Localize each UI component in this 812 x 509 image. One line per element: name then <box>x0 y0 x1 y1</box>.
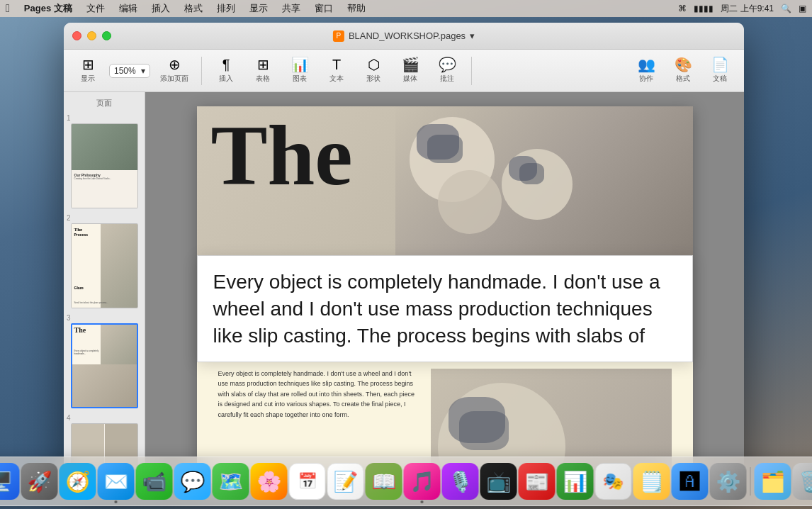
dock-icon-finder[interactable]: 🖥️ Finder <box>0 463 20 500</box>
settings-icon: ⚙️ <box>716 470 740 493</box>
dock-icon-podcasts[interactable]: 🎙️ Podcasts <box>442 463 479 500</box>
maximize-button[interactable] <box>102 31 111 40</box>
dock-icon-keynote[interactable]: 🎭 Keynote <box>595 463 632 500</box>
table-button[interactable]: ⊞ 表格 <box>247 55 278 86</box>
main-content: 页面 1 Our Philosophy Creating from the La… <box>64 92 744 483</box>
zoom-chevron: ▾ <box>141 66 145 76</box>
page-panel: 页面 1 Our Philosophy Creating from the La… <box>64 92 145 483</box>
dock-icon-numbers[interactable]: 📊 Numbers <box>557 463 594 500</box>
menubar-right: ⌘ ▮▮▮▮ 周二 上午9:41 🔍 ▣ <box>678 3 806 15</box>
calendar-icon: 📅 <box>298 472 317 491</box>
dock-icon-finder2[interactable]: 🗂️ Finder <box>755 463 791 500</box>
menubar-help[interactable]: 帮助 <box>344 1 368 16</box>
desktop:  Pages 文稿 文件 编辑 插入 格式 排列 显示 共享 窗口 帮助 ⌘ … <box>0 0 812 509</box>
dock-icon-messages[interactable]: 💬 Messages <box>174 463 211 500</box>
add-page-button[interactable]: ⊕ 添加页面 <box>156 55 193 86</box>
menubar-file[interactable]: 文件 <box>84 1 108 16</box>
close-button[interactable] <box>72 31 81 40</box>
dock: 🖥️ Finder 🚀 Launchpad 🧭 Safari ✉️ Mail 📹… <box>0 457 812 506</box>
chart-button[interactable]: 📊 图表 <box>284 55 315 86</box>
dock-icon-appletv[interactable]: 📺 Apple TV <box>480 463 517 500</box>
dock-icon-launchpad[interactable]: 🚀 Launchpad <box>21 463 58 500</box>
menubar-edit[interactable]: 编辑 <box>116 1 140 16</box>
dock-icon-trash[interactable]: 🗑️ Trash <box>793 463 813 500</box>
apple-menu-icon[interactable]:  <box>6 2 10 15</box>
page-top-image: The <box>197 106 693 255</box>
filename: BLAND_WORKSHOP.pages <box>349 30 466 41</box>
media-button[interactable]: 🎬 媒体 <box>395 55 426 86</box>
minimize-button[interactable] <box>87 31 96 40</box>
menubar-share[interactable]: 共享 <box>279 1 303 16</box>
comment-icon: 💬 <box>439 57 456 72</box>
paragraph-button[interactable]: ¶ 插入 <box>210 55 242 86</box>
menubar-window[interactable]: 窗口 <box>312 1 336 16</box>
page-4-number: 4 <box>67 414 142 422</box>
messages-icon: 💬 <box>180 470 205 493</box>
page-thumb-3[interactable]: 3 The Every object is completely handmad… <box>67 314 142 408</box>
title-bar: P BLAND_WORKSHOP.pages ▾ <box>64 23 744 50</box>
clock: 周二 上午9:41 <box>721 3 774 15</box>
view-button[interactable]: ⊞ 显示 <box>72 55 103 86</box>
podcasts-icon: 🎙️ <box>448 470 473 493</box>
view-icon: ⊞ <box>82 57 94 72</box>
page-panel-header: 页面 <box>67 98 142 108</box>
news-icon: 📰 <box>524 470 549 493</box>
finder2-icon: 🗂️ <box>760 470 785 493</box>
document-button[interactable]: 📄 文稿 <box>704 55 735 86</box>
books-icon: 📖 <box>371 470 396 493</box>
page-thumb-2[interactable]: 2 The Process Glaze Small text about the… <box>67 214 142 308</box>
facetime-icon: 📹 <box>142 470 167 493</box>
appstore-icon: 🅰 <box>680 470 700 493</box>
menubar-arrange[interactable]: 排列 <box>214 1 238 16</box>
format-button[interactable]: 🎨 格式 <box>667 55 699 86</box>
shape-button[interactable]: ⬡ 形状 <box>358 55 389 86</box>
dock-icon-maps[interactable]: 🗺️ Maps <box>213 463 249 500</box>
doc-page: The <box>197 106 693 483</box>
menubar-pages[interactable]: Pages 文稿 <box>21 1 75 16</box>
paragraph-icon: ¶ <box>222 57 230 72</box>
mail-dot <box>115 500 118 503</box>
toolbar-divider-1 <box>201 57 202 85</box>
dock-icon-music[interactable]: 🎵 Music <box>404 463 441 500</box>
menubar-view[interactable]: 显示 <box>247 1 271 16</box>
pages-icon: P <box>333 30 344 42</box>
format-icon: 🎨 <box>675 57 692 72</box>
page-2-number: 2 <box>67 214 142 222</box>
dock-icon-photos[interactable]: 🌸 Photos <box>251 463 288 500</box>
toolbar-divider-2 <box>471 57 472 85</box>
collaborate-icon: 👥 <box>638 57 655 72</box>
comment-button[interactable]: 💬 批注 <box>432 55 463 86</box>
menubar-insert[interactable]: 插入 <box>149 1 173 16</box>
zoom-control[interactable]: 150% ▾ <box>109 64 150 78</box>
tooltip-text: Every object is completely handmade. I d… <box>213 269 677 349</box>
doc-canvas[interactable]: The <box>145 92 744 483</box>
appletv-icon: 📺 <box>486 470 511 493</box>
dock-icon-mail[interactable]: ✉️ Mail <box>98 463 135 500</box>
document-icon: 📄 <box>711 57 729 72</box>
dock-icon-settings[interactable]: ⚙️ System Preferences <box>710 463 747 500</box>
add-icon: ⊕ <box>169 57 181 72</box>
collaborate-button[interactable]: 👥 协作 <box>631 55 662 86</box>
music-icon: 🎵 <box>410 470 434 493</box>
control-center-icon[interactable]: ▣ <box>799 4 806 13</box>
finder-icon: 🖥️ <box>0 471 13 493</box>
big-text: The <box>211 113 353 198</box>
dock-icon-books[interactable]: 📖 Books <box>366 463 402 500</box>
dock-icon-safari[interactable]: 🧭 Safari <box>60 463 96 500</box>
dock-icon-facetime[interactable]: 📹 FaceTime <box>136 463 173 500</box>
text-button[interactable]: T 文本 <box>321 55 352 86</box>
dock-icon-notes[interactable]: 🗒️ Notes <box>633 463 670 500</box>
page-thumb-1[interactable]: 1 Our Philosophy Creating from the Lake … <box>67 114 142 208</box>
filename-chevron[interactable]: ▾ <box>470 30 475 41</box>
dock-icon-news[interactable]: 📰 News <box>519 463 556 500</box>
search-icon[interactable]: 🔍 <box>781 4 791 13</box>
page-3-thumbnail: The Every object is completely handmade.… <box>71 323 138 408</box>
title-bar-title: P BLAND_WORKSHOP.pages ▾ <box>333 30 475 42</box>
menubar-format[interactable]: 格式 <box>181 1 205 16</box>
page-3-number: 3 <box>67 314 142 322</box>
wifi-icon: ⌘ <box>678 4 687 13</box>
dock-icon-reminders[interactable]: 📝 Reminders <box>327 463 364 500</box>
dock-icon-appstore[interactable]: 🅰 App Store <box>672 463 709 500</box>
launchpad-icon: 🚀 <box>27 470 52 493</box>
dock-icon-calendar[interactable]: 📅 Calendar <box>289 463 326 500</box>
